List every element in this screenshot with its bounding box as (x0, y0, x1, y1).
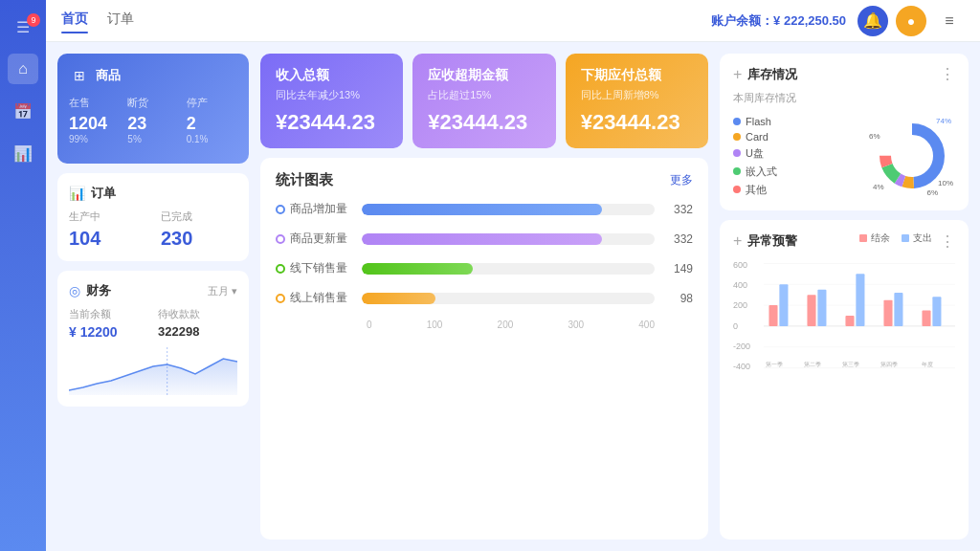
stat-bar-container-1 (362, 204, 655, 215)
inventory-add-button[interactable]: + (733, 66, 742, 83)
stat-value-3: 149 (664, 262, 693, 276)
inventory-header: + 库存情况 ⋮ (733, 65, 955, 83)
balance-value: ¥ 222,250.50 (773, 13, 846, 28)
right-column: + 库存情况 ⋮ 本周库存情况 Flash Card (720, 54, 969, 540)
products-stats: 在售 1204 99% 断货 23 5% 停产 2 0.1% (69, 96, 237, 144)
y-label-neg200: -200 (733, 342, 760, 351)
nav-orders[interactable]: 订单 (107, 11, 134, 32)
bar-g2-expense (817, 290, 826, 326)
orders-completed: 已完成 230 (161, 209, 237, 250)
notification-button[interactable]: 🔔 (858, 6, 888, 36)
stat-bar-3 (362, 263, 473, 275)
orders-title: 订单 (91, 185, 116, 202)
perf-receivable-value: ¥23444.23 (428, 110, 540, 135)
perf-payable-sub: 同比上周新增8% (581, 88, 693, 102)
stat-onsale-sub: 99% (69, 134, 120, 144)
axis-100: 100 (427, 320, 443, 330)
anomaly-header-left: + 异常预警 (733, 232, 797, 250)
stats-more-link[interactable]: 更多 (670, 172, 693, 188)
stat-circle-2 (276, 234, 285, 244)
header-menu-button[interactable]: ≡ (934, 6, 965, 36)
finance-stats: 当前余额 ¥ 12200 待收款款 322298 (69, 307, 237, 340)
finance-mini-chart: 01020304050607 (69, 347, 237, 395)
stat-circle-3 (276, 264, 285, 274)
stat-text-3: 线下销售量 (290, 260, 347, 276)
stat-bar-4 (362, 293, 435, 304)
orders-card-header: 📊 订单 (69, 185, 237, 202)
x-label-q2: 第二季 (804, 361, 821, 367)
finance-receivable-value: 322298 (158, 324, 237, 339)
anomaly-header-right: 结余 支出 ⋮ (859, 231, 955, 251)
orders-card: 📊 订单 生产中 104 已完成 230 (57, 173, 249, 261)
legend-dot-card (733, 133, 741, 141)
stat-axis: 0 100 200 300 400 (276, 320, 693, 330)
balance-label: 账户余额： (711, 13, 773, 28)
stat-text-4: 线上销售量 (290, 290, 347, 306)
stats-chart-card: 统计图表 更多 商品增加量 332 (260, 158, 708, 540)
axis-0: 0 (367, 320, 372, 330)
anomaly-add-button[interactable]: + (733, 232, 742, 250)
middle-column: 收入总额 同比去年减少13% ¥23444.23 应收超期金额 占比超过15% … (260, 54, 708, 540)
inventory-sub: 本周库存情况 (733, 91, 955, 105)
stat-row-4: 线上销售量 98 (276, 290, 693, 306)
stats-chart-title: 统计图表 (276, 171, 333, 189)
anomaly-label-balance: 结余 (871, 231, 890, 245)
legend-dot-embedded (733, 167, 741, 175)
products-stat-discontinued: 停产 2 0.1% (187, 96, 237, 144)
orders-completed-label: 已完成 (161, 209, 237, 224)
legend-label-embedded: 嵌入式 (746, 165, 777, 179)
stat-bar-2 (362, 233, 602, 245)
finance-balance: 当前余额 ¥ 12200 (69, 307, 148, 340)
axis-200: 200 (498, 320, 514, 330)
perf-revenue-value: ¥23444.23 (276, 110, 388, 135)
stat-stockout-label: 断货 (127, 96, 178, 110)
stat-label-2: 商品更新量 (276, 231, 352, 247)
stat-value-2: 332 (664, 232, 693, 246)
main-content: 首页 订单 账户余额：¥ 222,250.50 🔔 ● ≡ ⊞ 商品 (46, 0, 980, 551)
finance-card-header: ◎ 财务 五月 ▾ (69, 282, 237, 299)
perf-card-payable: 下期应付总额 同比上周新增8% ¥23444.23 (566, 54, 708, 148)
sidebar-home-icon[interactable]: ⌂ (8, 54, 38, 84)
sidebar: ☰ 9 ⌂ 📅 📊 (0, 0, 46, 551)
donut-chart: 74% 10% 6% 4% 6% (869, 113, 955, 199)
products-stat-stockout: 断货 23 5% (127, 96, 178, 144)
header-right: 账户余额：¥ 222,250.50 🔔 ● ≡ (711, 6, 965, 36)
bar-g1-balance (768, 305, 777, 326)
sidebar-badge: 9 (27, 13, 40, 27)
inventory-more-button[interactable]: ⋮ (940, 65, 955, 83)
header-balance: 账户余额：¥ 222,250.50 (711, 12, 846, 30)
perf-card-receivable: 应收超期金额 占比超过15% ¥23444.23 (412, 54, 555, 148)
orders-inprogress: 生产中 104 (69, 209, 145, 250)
finance-card: ◎ 财务 五月 ▾ 当前余额 ¥ 12200 待收款款 322298 (57, 271, 249, 407)
stat-stockout-value: 23 (127, 114, 178, 134)
legend-dot-flash (733, 118, 741, 125)
stat-disc-label: 停产 (187, 96, 237, 110)
perf-payable-value: ¥23444.23 (581, 110, 693, 135)
stat-circle-4 (276, 294, 285, 303)
orders-icon: 📊 (69, 186, 85, 201)
stat-row-2: 商品更新量 332 (276, 231, 693, 247)
nav-home[interactable]: 首页 (61, 11, 88, 32)
stat-disc-sub: 0.1% (187, 134, 237, 144)
perf-revenue-sub: 同比去年减少13% (276, 88, 388, 102)
avatar-button[interactable]: ● (896, 6, 926, 36)
inventory-card: + 库存情况 ⋮ 本周库存情况 Flash Card (720, 54, 969, 210)
sidebar-chart-icon[interactable]: 📊 (8, 138, 38, 168)
y-axis: 600 400 200 0 -200 -400 (733, 258, 760, 373)
stat-onsale-value: 1204 (69, 114, 120, 134)
anomaly-more-button[interactable]: ⋮ (940, 232, 955, 251)
finance-title: 财务 (86, 282, 111, 299)
finance-month-selector[interactable]: 五月 ▾ (208, 284, 237, 298)
y-label-400: 400 (733, 280, 760, 290)
performance-row: 收入总额 同比去年减少13% ¥23444.23 应收超期金额 占比超过15% … (260, 54, 708, 148)
legend-label-card: Card (746, 131, 768, 143)
anomaly-dot-expense (902, 234, 909, 242)
body-area: ⊞ 商品 在售 1204 99% 断货 23 5% 停产 (46, 42, 980, 551)
header-icons: 🔔 ● ≡ (858, 6, 965, 36)
svg-point-6 (893, 137, 931, 175)
sidebar-calendar-icon[interactable]: 📅 (8, 96, 38, 126)
legend-label-other: 其他 (746, 183, 767, 197)
anomaly-legend: 结余 支出 (859, 231, 932, 245)
bar-g3-expense (856, 274, 864, 326)
anomaly-chart-area: 600 400 200 0 -200 -400 (733, 258, 955, 377)
